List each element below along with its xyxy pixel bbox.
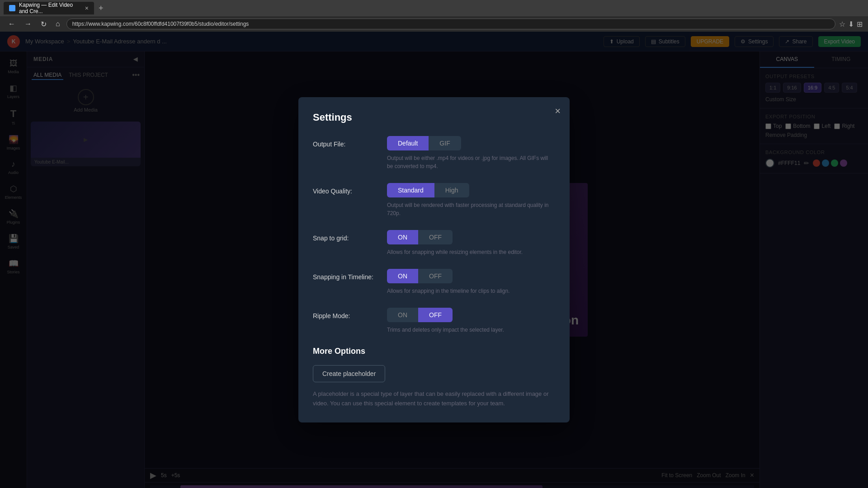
snap-to-grid-hint: Allows for snapping while resizing eleme… bbox=[387, 248, 555, 256]
video-quality-label: Video Quality: bbox=[313, 183, 376, 195]
tab-favicon bbox=[9, 5, 15, 11]
download-icon[interactable]: ⬇ bbox=[848, 20, 854, 28]
home-button[interactable]: ⌂ bbox=[53, 19, 63, 29]
ripple-mode-hint: Trims and deletes only impact the select… bbox=[387, 326, 555, 334]
bookmark-icon[interactable]: ☆ bbox=[839, 20, 845, 28]
more-options-title: More Options bbox=[313, 347, 555, 356]
address-bar[interactable]: https://www.kapwing.com/60c8f00ffdfd4100… bbox=[66, 19, 835, 29]
ripple-off-button[interactable]: OFF bbox=[418, 308, 453, 322]
quality-standard-button[interactable]: Standard bbox=[387, 183, 434, 197]
ripple-mode-label: Ripple Mode: bbox=[313, 308, 376, 319]
browser-chrome: Kapwing — Edit Video and Cre... × + ← → … bbox=[0, 0, 868, 32]
placeholder-description: A placeholder is a special type of layer… bbox=[313, 389, 555, 408]
tab-title: Kapwing — Edit Video and Cre... bbox=[19, 2, 81, 14]
modal-overlay[interactable]: Settings × Output File: Default GIF Outp… bbox=[0, 32, 868, 488]
output-gif-button[interactable]: GIF bbox=[429, 136, 461, 150]
forward-button[interactable]: → bbox=[22, 19, 34, 29]
snap-to-grid-controls: ON OFF Allows for snapping while resizin… bbox=[387, 230, 555, 256]
snapping-on-button[interactable]: ON bbox=[387, 269, 418, 283]
create-placeholder-button[interactable]: Create placeholder bbox=[313, 365, 385, 382]
output-file-row: Output File: Default GIF Output will be … bbox=[313, 136, 555, 170]
output-file-controls: Default GIF Output will be either .mp4 f… bbox=[387, 136, 555, 170]
ripple-mode-controls: ON OFF Trims and deletes only impact the… bbox=[387, 308, 555, 334]
snap-on-button[interactable]: ON bbox=[387, 230, 418, 244]
browser-toolbar: ← → ↻ ⌂ https://www.kapwing.com/60c8f00f… bbox=[0, 16, 868, 32]
snap-to-grid-toggle-group: ON OFF bbox=[387, 230, 555, 244]
extensions-icon[interactable]: ⊞ bbox=[857, 20, 863, 28]
back-button[interactable]: ← bbox=[5, 19, 18, 29]
ripple-mode-toggle-group: ON OFF bbox=[387, 308, 555, 322]
tab-close-button[interactable]: × bbox=[85, 5, 89, 12]
ripple-mode-row: Ripple Mode: ON OFF Trims and deletes on… bbox=[313, 308, 555, 334]
active-tab[interactable]: Kapwing — Edit Video and Cre... × bbox=[4, 2, 94, 14]
snapping-off-button[interactable]: OFF bbox=[418, 269, 453, 283]
modal-close-button[interactable]: × bbox=[555, 106, 561, 116]
snapping-timeline-hint: Allows for snapping in the timeline for … bbox=[387, 287, 555, 295]
browser-tab-bar: Kapwing — Edit Video and Cre... × + bbox=[0, 0, 868, 16]
browser-extension-icons: ☆ ⬇ ⊞ bbox=[839, 20, 863, 28]
output-file-label: Output File: bbox=[313, 136, 376, 148]
more-options-section: More Options Create placeholder A placeh… bbox=[313, 347, 555, 408]
video-quality-toggle-group: Standard High bbox=[387, 183, 555, 197]
snapping-timeline-controls: ON OFF Allows for snapping in the timeli… bbox=[387, 269, 555, 295]
ripple-on-button[interactable]: ON bbox=[387, 308, 418, 322]
new-tab-button[interactable]: + bbox=[96, 3, 106, 14]
snap-to-grid-row: Snap to grid: ON OFF Allows for snapping… bbox=[313, 230, 555, 256]
snapping-timeline-toggle-group: ON OFF bbox=[387, 269, 555, 283]
output-default-button[interactable]: Default bbox=[387, 136, 429, 150]
snap-off-button[interactable]: OFF bbox=[418, 230, 453, 244]
snapping-timeline-label: Snapping in Timeline: bbox=[313, 269, 376, 281]
settings-modal: Settings × Output File: Default GIF Outp… bbox=[298, 97, 570, 423]
url-text: https://www.kapwing.com/60c8f00ffdfd4100… bbox=[72, 21, 249, 27]
snapping-timeline-row: Snapping in Timeline: ON OFF Allows for … bbox=[313, 269, 555, 295]
video-quality-controls: Standard High Output will be rendered wi… bbox=[387, 183, 555, 217]
output-file-hint: Output will be either .mp4 for videos or… bbox=[387, 154, 555, 170]
modal-title: Settings bbox=[313, 112, 555, 123]
refresh-button[interactable]: ↻ bbox=[38, 19, 49, 29]
quality-high-button[interactable]: High bbox=[434, 183, 469, 197]
video-quality-row: Video Quality: Standard High Output will… bbox=[313, 183, 555, 217]
snap-to-grid-label: Snap to grid: bbox=[313, 230, 376, 242]
video-quality-hint: Output will be rendered with faster proc… bbox=[387, 201, 555, 217]
output-file-toggle-group: Default GIF bbox=[387, 136, 555, 150]
